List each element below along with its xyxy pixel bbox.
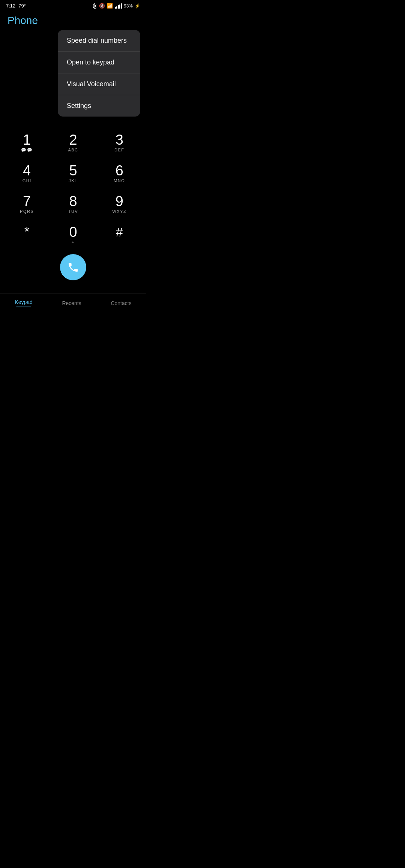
dial-letters-9: WXYZ [112,209,126,214]
dial-key-8[interactable]: 8 TUV [50,189,96,220]
dialpad: 1 💬💬 2 ABC 3 DEF 4 GHI 5 JKL 6 MNO [0,127,146,286]
dial-key-hash[interactable]: # [96,220,142,250]
menu-item-speed-dial[interactable]: Speed dial numbers [58,30,140,52]
mute-icon: 🔇 [99,3,105,9]
dial-letters-4: GHI [22,178,32,184]
dialpad-grid: 1 💬💬 2 ABC 3 DEF 4 GHI 5 JKL 6 MNO [4,127,142,250]
signal-icon [115,3,122,9]
dial-number-8: 8 [69,194,77,208]
nav-label-keypad: Keypad [15,299,32,305]
dial-key-9[interactable]: 9 WXYZ [96,189,142,220]
dial-number-star: * [24,225,30,239]
dial-letters-3: DEF [114,148,124,153]
dial-key-1[interactable]: 1 💬💬 [4,127,50,158]
dial-number-hash: # [116,226,123,238]
phone-icon [67,261,79,273]
call-button-row [4,250,142,286]
wifi-icon: 📶 [107,3,113,9]
time: 7:12 [6,3,15,9]
dial-number-5: 5 [69,163,77,178]
status-bar: 7:12 79° 🔇 📶 93% ⚡ [0,0,146,10]
nav-item-keypad[interactable]: Keypad [7,298,40,309]
dial-key-star[interactable]: * [4,220,50,250]
dial-key-3[interactable]: 3 DEF [96,127,142,158]
dial-number-2: 2 [69,133,77,147]
nav-label-recents: Recents [62,300,81,306]
menu-item-open-keypad[interactable]: Open to keypad [58,52,140,73]
temperature: 79° [18,3,26,9]
dial-voicemail: 💬💬 [21,148,33,153]
bluetooth-icon [93,3,97,9]
dial-letters-6: MNO [114,178,125,184]
status-left: 7:12 79° [6,3,26,9]
battery-percent: 93% [124,3,133,9]
call-button[interactable] [60,254,86,280]
battery-icon: ⚡ [135,3,140,9]
dial-number-7: 7 [23,194,31,208]
dial-letters-2: ABC [68,148,78,153]
dial-number-1: 1 [23,133,31,147]
dial-key-4[interactable]: 4 GHI [4,158,50,189]
dial-letters-7: PQRS [20,209,34,214]
status-right: 🔇 📶 93% ⚡ [93,3,140,9]
nav-label-contacts: Contacts [111,300,131,306]
dial-number-3: 3 [116,133,123,147]
dial-letters-0: + [72,240,75,245]
dial-number-6: 6 [116,163,123,178]
dial-number-0: 0 [69,225,77,239]
menu-item-settings[interactable]: Settings [58,95,140,117]
app-header: Phone [0,10,146,30]
nav-item-recents[interactable]: Recents [54,299,88,308]
nav-item-contacts[interactable]: Contacts [103,299,139,308]
nav-underline-keypad [16,307,31,307]
dropdown-menu: Speed dial numbers Open to keypad Visual… [58,30,140,117]
app-title: Phone [8,15,38,27]
dial-key-2[interactable]: 2 ABC [50,127,96,158]
dial-key-0[interactable]: 0 + [50,220,96,250]
dial-letters-8: TUV [68,209,78,214]
menu-item-visual-voicemail[interactable]: Visual Voicemail [58,73,140,95]
bottom-nav: Keypad Recents Contacts [0,293,146,316]
dial-letters-5: JKL [69,178,77,184]
dial-key-7[interactable]: 7 PQRS [4,189,50,220]
dial-key-6[interactable]: 6 MNO [96,158,142,189]
dial-key-5[interactable]: 5 JKL [50,158,96,189]
dial-number-9: 9 [116,194,123,208]
dial-number-4: 4 [23,163,31,178]
